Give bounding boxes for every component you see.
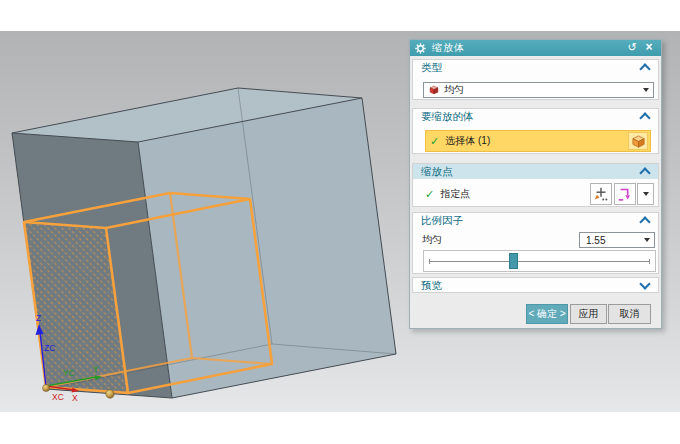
yc-axis-label: YC bbox=[63, 368, 75, 378]
slider-tick bbox=[649, 259, 650, 264]
chevron-up-icon[interactable] bbox=[639, 216, 650, 227]
section-preview-header[interactable]: 预览 bbox=[413, 278, 658, 293]
slider-tick bbox=[429, 259, 430, 264]
uniform-factor-row: 均匀 bbox=[422, 232, 442, 248]
section-point-header[interactable]: 缩放点 bbox=[413, 164, 658, 179]
section-preview: 预览 bbox=[412, 277, 659, 293]
dropdown-arrow-icon bbox=[643, 192, 649, 196]
point-constructor-icon bbox=[592, 185, 610, 203]
origin-handle-ball[interactable] bbox=[43, 385, 50, 392]
point-dialog-button[interactable] bbox=[590, 183, 612, 205]
ok-button[interactable]: < 确定 > bbox=[526, 304, 568, 324]
section-preview-label: 预览 bbox=[421, 278, 442, 293]
specify-point-row[interactable]: ✓ 指定点 bbox=[421, 183, 470, 205]
solid-body-icon[interactable] bbox=[628, 132, 648, 150]
chevron-up-icon[interactable] bbox=[639, 167, 650, 178]
scale-factor-input[interactable]: 1.55 bbox=[579, 232, 655, 248]
type-dropdown[interactable]: 均匀 bbox=[423, 82, 654, 98]
inferred-point-button[interactable] bbox=[614, 183, 636, 205]
check-icon: ✓ bbox=[430, 135, 439, 148]
section-type-header[interactable]: 类型 bbox=[413, 60, 658, 75]
slider-handle[interactable] bbox=[509, 253, 518, 269]
xc-axis-label: XC bbox=[52, 392, 64, 402]
uniform-cube-icon bbox=[428, 84, 440, 96]
scale-factor-slider[interactable] bbox=[423, 250, 656, 272]
x-axis-label: X bbox=[72, 393, 78, 403]
chevron-up-icon[interactable] bbox=[639, 63, 650, 74]
cancel-button[interactable]: 取消 bbox=[608, 304, 651, 324]
dialog-titlebar[interactable]: 缩放体 ↺ × bbox=[410, 40, 661, 56]
section-type-label: 类型 bbox=[421, 60, 442, 75]
chevron-up-icon[interactable] bbox=[639, 112, 650, 123]
section-body-to-scale: 要缩放的体 ✓ 选择体 (1) bbox=[412, 108, 659, 154]
gear-icon bbox=[415, 43, 426, 54]
section-factor-header[interactable]: 比例因子 bbox=[413, 213, 658, 228]
section-factor-label: 比例因子 bbox=[421, 213, 463, 228]
uniform-factor-label: 均匀 bbox=[422, 233, 442, 247]
dropdown-arrow-icon bbox=[644, 238, 650, 242]
section-body-header[interactable]: 要缩放的体 bbox=[413, 109, 658, 124]
inferred-point-icon bbox=[616, 185, 634, 203]
dropdown-arrow-icon bbox=[643, 88, 649, 92]
slider-track[interactable] bbox=[429, 261, 650, 262]
section-point-label: 缩放点 bbox=[421, 164, 453, 179]
specify-point-label: 指定点 bbox=[440, 187, 470, 201]
type-dropdown-value: 均匀 bbox=[444, 83, 643, 97]
check-icon: ✓ bbox=[425, 188, 434, 201]
section-scale-point: 缩放点 ✓ 指定点 bbox=[412, 163, 659, 207]
axis-drag-ball[interactable] bbox=[106, 390, 114, 398]
select-body-row[interactable]: ✓ 选择体 (1) bbox=[425, 130, 651, 152]
section-body-label: 要缩放的体 bbox=[421, 109, 474, 124]
zc-axis-label: ZC bbox=[44, 343, 55, 353]
point-options-dropdown[interactable] bbox=[637, 183, 654, 205]
chevron-down-icon[interactable] bbox=[639, 278, 650, 289]
reset-icon[interactable]: ↺ bbox=[625, 40, 639, 56]
close-icon[interactable]: × bbox=[642, 40, 656, 56]
apply-button[interactable]: 应用 bbox=[570, 304, 607, 324]
y-axis-label: Y bbox=[93, 364, 99, 374]
z-axis-label: Z bbox=[36, 313, 41, 323]
dialog-title: 缩放体 bbox=[432, 41, 465, 55]
scale-body-dialog: 缩放体 ↺ × 类型 均匀 要缩放的体 ✓ 选择体 (1) bbox=[409, 39, 662, 329]
scale-factor-value: 1.55 bbox=[586, 235, 644, 246]
select-body-label: 选择体 (1) bbox=[445, 134, 490, 148]
